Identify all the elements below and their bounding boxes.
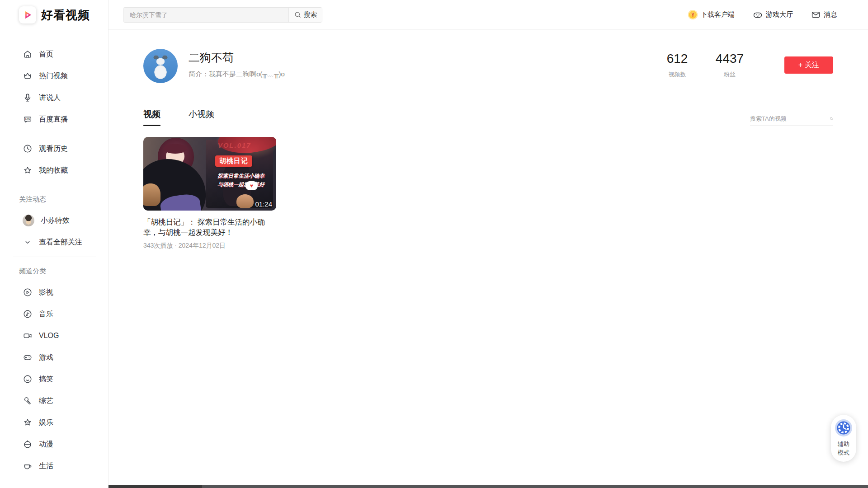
followed-user-avatar [23,215,34,226]
thumb-art [236,194,254,208]
live-icon: LIVE [23,114,33,124]
sidebar-item-label: 首页 [39,50,53,59]
music-icon [23,309,33,319]
sidebar-item-channel-entertainment[interactable]: 娱乐 [0,412,108,433]
sidebar-item-followed-user[interactable]: 小苏特效 [0,210,108,231]
nav-download-client[interactable]: ¥ 下载客户端 [688,10,735,19]
sidebar-item-label: 音乐 [39,310,53,319]
video-thumbnail[interactable]: VOL.017 胡桃日记 探索日常生活小确幸 与胡桃一起发现美好 ♥ 01:24 [143,137,276,211]
channels-section-title: 频道分类 [0,261,108,282]
sidebar: 好看视频 首页 热门视频 讲说人 LIVE 百度直播 观看历史 我的收藏 [0,0,108,488]
speaker-icon [23,93,33,103]
gamepad-icon [753,10,763,20]
sidebar-item-label: 游戏 [39,353,53,362]
stat-video-count: 612 视频数 [658,52,696,79]
ta-video-search [750,115,833,126]
thumb-slogan: 探索日常生活小确幸 与胡桃一起发现美好 [209,172,273,189]
haokan-video-app: 好看视频 首页 热门视频 讲说人 LIVE 百度直播 观看历史 我的收藏 [0,0,868,488]
thumb-art [143,183,160,206]
play-logo-icon [19,6,36,23]
message-icon [811,10,821,19]
sidebar-item-label: 查看全部关注 [39,238,82,247]
nav-item-label: 游戏大厅 [766,10,793,19]
profile-bio: 简介：我真不是二狗啊o(╥﹏╥)o [189,70,285,79]
sidebar-divider [13,185,96,185]
ta-search-input[interactable] [750,115,830,122]
brand-logo[interactable]: 好看视频 [0,0,108,30]
profile-avatar[interactable] [143,49,178,83]
svg-text:LIVE: LIVE [25,118,30,120]
thumb-slogan-line1: 探索日常生活小确幸 [209,172,273,180]
sidebar-item-channel-anime[interactable]: 动漫 [0,433,108,455]
search-button-label: 搜索 [304,10,317,19]
scrollbar-thumb[interactable] [108,485,202,488]
sidebar-item-watch-history[interactable]: 观看历史 [0,138,108,160]
search-input[interactable] [123,8,288,22]
assist-mode-label: 辅助 模式 [838,440,849,457]
stat-fans-count: 4437 粉丝 [711,52,749,79]
nav-game-hall[interactable]: 游戏大厅 [753,10,793,20]
profile-header: 二狗不苟 简介：我真不是二狗啊o(╥﹏╥)o 612 视频数 4437 粉丝 +… [143,49,833,83]
video-duration: 01:24 [255,200,272,208]
profile-stats-area: 612 视频数 4437 粉丝 + 关注 [658,49,833,79]
sidebar-item-channel-life[interactable]: 生活 [0,455,108,477]
sidebar-item-view-all-follows[interactable]: 查看全部关注 [0,231,108,253]
home-icon [23,49,33,59]
tab-videos[interactable]: 视频 [143,108,160,126]
sidebar-divider [13,134,96,134]
chevron-down-icon [23,238,33,246]
nav-item-label: 消息 [824,10,837,19]
sidebar-item-label: 搞笑 [39,375,53,384]
video-title[interactable]: 「胡桃日记」： 探索日常生活的小确幸，与胡桃一起发现美好！ [143,217,276,238]
search-icon [294,11,302,19]
assist-clock-icon [835,419,853,437]
game-icon [23,352,33,362]
stat-value: 4437 [711,52,749,66]
sidebar-item-baidu-live[interactable]: LIVE 百度直播 [0,108,108,130]
stats-divider [766,52,766,78]
nav-messages[interactable]: 消息 [811,10,837,19]
life-cup-icon [23,461,33,471]
sidebar-item-channel-funny[interactable]: 搞笑 [0,368,108,390]
stat-value: 612 [658,52,696,66]
sidebar-item-label: 综艺 [39,396,53,406]
profile-info: 二狗不苟 简介：我真不是二狗啊o(╥﹏╥)o [189,49,285,79]
sidebar-item-home[interactable]: 首页 [0,43,108,65]
coin-icon: ¥ [688,10,698,19]
tab-short-videos[interactable]: 小视频 [189,108,214,126]
sidebar-item-hot-videos[interactable]: 热门视频 [0,65,108,87]
video-card[interactable]: VOL.017 胡桃日记 探索日常生活小确幸 与胡桃一起发现美好 ♥ 01:24… [143,137,277,250]
profile-name: 二狗不苟 [189,50,285,65]
anime-icon [23,439,33,449]
tabs-row: 视频 小视频 [143,108,833,126]
video-meta: 343次播放 · 2024年12月02日 [143,242,277,250]
sidebar-divider [13,257,96,257]
sidebar-item-label: 百度直播 [39,115,68,124]
history-clock-icon [23,144,33,154]
sidebar-item-my-favorites[interactable]: 我的收藏 [0,160,108,181]
assist-mode-button[interactable]: 辅助 模式 [831,415,856,462]
top-header: 搜索 ¥ 下载客户端 游戏大厅 消息 [108,0,868,30]
sidebar-item-label: 影视 [39,288,53,297]
global-search: 搜索 [123,7,322,23]
film-icon [23,287,33,297]
vlog-icon [23,331,33,341]
heart-bubble-icon: ♥ [245,181,258,190]
sidebar-item-channel-game[interactable]: 游戏 [0,347,108,368]
search-button[interactable]: 搜索 [288,8,322,22]
search-icon[interactable] [830,115,833,122]
sidebar-item-channel-film[interactable]: 影视 [0,282,108,303]
funny-icon [23,374,33,384]
sidebar-item-label: 观看历史 [39,144,68,154]
sidebar-item-label: 热门视频 [39,71,68,81]
sidebar-item-channel-vlog[interactable]: VLOG [0,325,108,347]
entertainment-star-icon [23,418,33,427]
horizontal-scrollbar[interactable] [108,485,868,488]
follow-section-title: 关注动态 [0,189,108,210]
nav-item-label: 下载客户端 [701,10,735,19]
sidebar-item-channel-variety[interactable]: 综艺 [0,390,108,412]
sidebar-item-channel-music[interactable]: 音乐 [0,303,108,325]
follow-button[interactable]: + 关注 [784,56,833,74]
sidebar-item-narrator[interactable]: 讲说人 [0,87,108,108]
thumb-vol-text: VOL.017 [218,141,251,149]
